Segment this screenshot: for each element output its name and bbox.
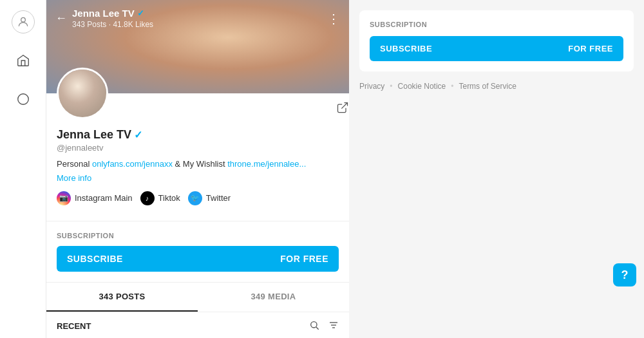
right-subscribe-button[interactable]: SUBSCRIBE FOR FREE [370, 36, 623, 61]
back-button[interactable]: ← [55, 12, 67, 25]
twitter-link[interactable]: 🐦 Twitter [188, 191, 231, 205]
avatar-wrap [57, 68, 108, 119]
tiktok-link[interactable]: ♪ Tiktok [140, 191, 180, 205]
profile-subscription-section: SUBSCRIPTION SUBSCRIBE FOR FREE [46, 221, 349, 282]
more-info-link[interactable]: More info [57, 173, 91, 183]
tiktok-label: Tiktok [158, 193, 180, 203]
svg-line-4 [316, 327, 319, 330]
profile-handle: @jennaleetv [57, 143, 339, 153]
tab-posts-label: 343 POSTS [99, 292, 145, 301]
svg-point-3 [311, 321, 317, 327]
footer-links: Privacy • Cookie Notice • Terms of Servi… [359, 82, 634, 91]
profile-subscribe-button[interactable]: SUBSCRIBE FOR FREE [57, 246, 339, 272]
profile-subscription-label: SUBSCRIPTION [57, 232, 339, 239]
tiktok-icon: ♪ [140, 191, 155, 205]
profile-name-text: Jenna Lee TV [57, 128, 131, 142]
instagram-label: Instagram Main [75, 193, 133, 203]
footer-terms-link[interactable]: Terms of Service [459, 82, 516, 91]
subscription-card-label: SUBSCRIPTION [370, 21, 623, 28]
help-button[interactable]: ? [613, 263, 636, 286]
bio-prefix: Personal [57, 159, 92, 169]
recent-section: RECENT [46, 312, 349, 339]
footer-privacy-link[interactable]: Privacy [359, 82, 384, 91]
svg-point-0 [21, 17, 25, 22]
profile-name: Jenna Lee TV ✓ [57, 128, 339, 142]
tabs-section: 343 POSTS 349 MEDIA [46, 282, 349, 312]
footer-cookie-link[interactable]: Cookie Notice [398, 82, 446, 91]
filter-icon[interactable] [328, 320, 339, 333]
profile-section: ← Jenna Lee TV ✓ 343 Posts · 41.8K Likes… [46, 0, 349, 338]
footer-dot-1: • [390, 82, 392, 91]
svg-line-2 [341, 103, 347, 109]
cover-name-section: Jenna Lee TV ✓ 343 Posts · 41.8K Likes [72, 8, 322, 29]
footer-dot-2: • [451, 82, 453, 91]
twitter-label: Twitter [206, 193, 231, 203]
subscription-card: SUBSCRIPTION SUBSCRIBE FOR FREE [359, 10, 634, 71]
twitter-icon: 🐦 [188, 191, 202, 205]
verified-badge: ✓ [134, 129, 142, 141]
sidebar [0, 0, 46, 338]
share-button[interactable] [336, 101, 349, 117]
cover-topbar: ← Jenna Lee TV ✓ 343 Posts · 41.8K Likes… [46, 0, 349, 37]
cover-verified-badge: ✓ [137, 8, 144, 18]
search-icon[interactable] [309, 320, 319, 333]
instagram-icon: 📷 [57, 191, 71, 205]
instagram-link[interactable]: 📷 Instagram Main [57, 191, 133, 205]
tab-media-label: 349 MEDIA [251, 292, 296, 301]
right-subscribe-text: SUBSCRIBE [380, 44, 432, 53]
likes-count: 41.8K Likes [113, 20, 153, 29]
profile-subscribe-text: SUBSCRIBE [67, 254, 123, 264]
sidebar-item-messages[interactable] [12, 88, 35, 111]
profile-info: Jenna Lee TV ✓ @jennaleetv Personal only… [46, 93, 349, 216]
bio-link-throne[interactable]: throne.me/jennalee... [227, 159, 306, 169]
sidebar-item-home[interactable] [12, 49, 35, 72]
social-links: 📷 Instagram Main ♪ Tiktok 🐦 Twitter [57, 191, 339, 205]
cover-name-text: Jenna Lee TV ✓ [72, 8, 322, 19]
profile-for-free-text: FOR FREE [280, 254, 328, 264]
tab-media[interactable]: 349 MEDIA [198, 283, 349, 312]
right-panel: SUBSCRIPTION SUBSCRIBE FOR FREE Privacy … [349, 0, 644, 338]
tab-posts[interactable]: 343 POSTS [46, 283, 198, 312]
avatar-image [59, 70, 106, 117]
sidebar-item-profile[interactable] [12, 10, 35, 33]
profile-bio: Personal onlyfans.com/jennaxx & My Wishl… [57, 158, 339, 171]
bio-link-onlyfans[interactable]: onlyfans.com/jennaxx [92, 159, 173, 169]
help-icon: ? [621, 268, 629, 282]
more-options-button[interactable]: ⋮ [327, 12, 340, 25]
recent-actions [309, 320, 339, 333]
recent-label: RECENT [57, 321, 91, 331]
cover-stats: 343 Posts · 41.8K Likes [72, 20, 322, 29]
right-for-free-text: FOR FREE [568, 44, 613, 53]
bio-middle: & My Wishlist [173, 159, 227, 169]
avatar [57, 68, 108, 119]
posts-count: 343 Posts [72, 20, 106, 29]
cover-name: Jenna Lee TV [72, 8, 135, 19]
main-content: ← Jenna Lee TV ✓ 343 Posts · 41.8K Likes… [46, 0, 644, 338]
